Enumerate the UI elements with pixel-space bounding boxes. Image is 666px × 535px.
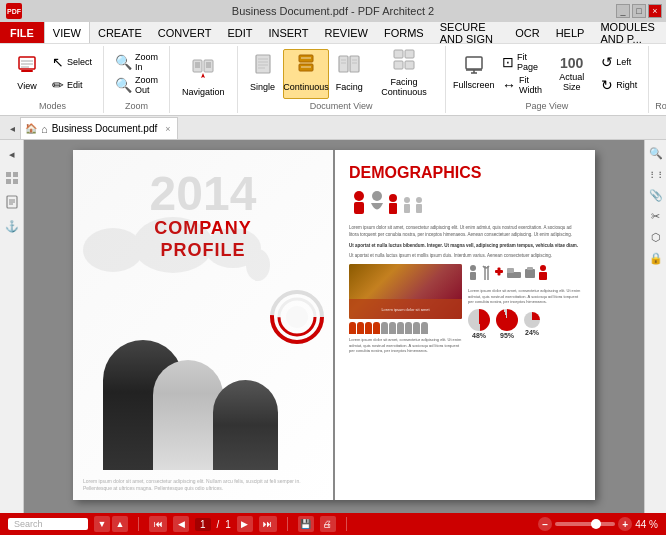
print-button[interactable]: 🖨: [320, 516, 336, 532]
maximize-button[interactable]: □: [632, 4, 646, 18]
svg-rect-30: [405, 50, 414, 58]
fit-page-label: Fit Page: [517, 52, 542, 72]
close-button[interactable]: ×: [648, 4, 662, 18]
actual-size-button[interactable]: 100 Actual Size: [548, 49, 595, 99]
page-view-label: Page View: [452, 99, 643, 111]
fullscreen-button[interactable]: Fullscreen: [452, 49, 496, 99]
zoom-out-label: Zoom Out: [135, 75, 158, 95]
people-row: [349, 322, 462, 334]
prev-page-button[interactable]: ◀: [173, 516, 189, 532]
menu-help[interactable]: HELP: [548, 22, 593, 43]
zoom-plus-button[interactable]: +: [618, 517, 632, 531]
facing-button[interactable]: Facing: [330, 49, 368, 99]
svg-point-78: [540, 265, 546, 271]
sidebar-thumbnails-button[interactable]: [2, 168, 22, 188]
menu-forms[interactable]: FORMS: [376, 22, 432, 43]
svg-rect-75: [507, 268, 514, 273]
pie-1: 48%: [468, 309, 490, 339]
rs-shape-button[interactable]: ⬡: [647, 228, 665, 246]
zoom-slider[interactable]: [555, 522, 615, 526]
search-box[interactable]: Search: [8, 518, 88, 530]
menu-modules[interactable]: MODULES AND P...: [592, 22, 666, 43]
zoom-percentage: 44 %: [635, 519, 658, 530]
fit-width-label: Fit Width: [519, 75, 542, 95]
edit-button[interactable]: ✏ Edit: [47, 74, 97, 96]
tab-close-button[interactable]: ×: [165, 124, 170, 134]
fit-width-button[interactable]: ↔ Fit Width: [497, 74, 547, 96]
document-view-group: Single Continuous: [238, 46, 446, 113]
zoom-out-button[interactable]: 🔍 Zoom Out: [110, 74, 163, 96]
menu-review[interactable]: REVIEW: [317, 22, 376, 43]
menu-convert[interactable]: CONVERT: [150, 22, 220, 43]
minimize-button[interactable]: _: [616, 4, 630, 18]
last-page-button[interactable]: ⏭: [259, 516, 277, 532]
right-col: Lorem ipsum dolor sit amet, consectetur …: [468, 264, 581, 354]
page-right: DEMOGRAPHICS: [335, 150, 595, 500]
demo-body-text-2: Ut aportat et nulla luctus ipsum et moll…: [349, 253, 581, 260]
document-view-label: Document View: [244, 99, 439, 111]
rotate-group-label: Rotate: [655, 99, 666, 111]
page-left: 2014 COMPANY PROFILE: [73, 150, 333, 500]
svg-point-66: [416, 197, 422, 203]
search-up-button[interactable]: ▲: [112, 516, 128, 532]
search-down-button[interactable]: ▼: [94, 516, 110, 532]
zoom-group: 🔍 Zoom In 🔍 Zoom Out Zoom: [104, 46, 170, 113]
window-controls[interactable]: _ □ ×: [616, 4, 662, 18]
svg-point-64: [404, 197, 410, 203]
zoom-minus-button[interactable]: −: [538, 517, 552, 531]
menu-edit[interactable]: EDIT: [219, 22, 260, 43]
save-button[interactable]: 💾: [298, 516, 314, 532]
menu-secure-sign[interactable]: SECURE AND SIGN: [432, 22, 507, 43]
tab-scroll-left[interactable]: ◂: [4, 117, 20, 139]
pie-2: 95%: [496, 309, 518, 339]
navigation-group: Navigation: [170, 46, 238, 113]
rotate-right-button[interactable]: ↻ Right: [596, 74, 642, 96]
facing-continuous-button[interactable]: Facing Continuous: [369, 49, 438, 99]
svg-rect-77: [527, 267, 533, 270]
document-canvas[interactable]: 2014 COMPANY PROFILE: [24, 140, 644, 513]
sidebar-anchor-button[interactable]: ⚓: [2, 216, 22, 236]
select-button[interactable]: ↖ Select: [47, 51, 97, 73]
tab-home[interactable]: ⌂: [41, 123, 48, 135]
stat-3: 24%: [525, 329, 539, 336]
tab-business-doc[interactable]: 🏠 ⌂ Business Document.pdf ×: [20, 117, 178, 139]
sidebar-toggle-button[interactable]: ◂: [2, 144, 22, 164]
rs-scissor-button[interactable]: ✂: [647, 207, 665, 225]
zoom-in-icon: 🔍: [115, 54, 132, 70]
rotate-left-button[interactable]: ↺ Left: [596, 51, 642, 73]
fit-page-button[interactable]: ⊡ Fit Page: [497, 51, 547, 73]
first-page-button[interactable]: ⏮: [149, 516, 167, 532]
page-divider: /: [217, 519, 220, 530]
navigation-buttons: Navigation: [176, 48, 231, 109]
zoom-buttons: 🔍 Zoom In 🔍 Zoom Out: [110, 48, 163, 99]
menu-bar: FILE VIEW CREATE CONVERT EDIT INSERT REV…: [0, 22, 666, 44]
rs-clip-button[interactable]: 📎: [647, 186, 665, 204]
svg-point-68: [470, 265, 476, 271]
fit-stack: ⊡ Fit Page ↔ Fit Width: [497, 51, 547, 96]
left-page-caption: Lorem ipsum dolor sit amet, consectetur …: [83, 478, 323, 492]
menu-insert[interactable]: INSERT: [260, 22, 316, 43]
next-page-button[interactable]: ▶: [237, 516, 253, 532]
continuous-button[interactable]: Continuous: [283, 49, 330, 99]
rs-menu-button[interactable]: ⋮⋮: [647, 165, 665, 183]
menu-create[interactable]: CREATE: [90, 22, 150, 43]
rs-lock-button[interactable]: 🔒: [647, 249, 665, 267]
person-6-icon: [389, 322, 396, 334]
page-number-input[interactable]: 1: [195, 518, 211, 531]
menu-view[interactable]: VIEW: [44, 22, 90, 43]
page-view-group: Fullscreen ⊡ Fit Page ↔ Fit Width 100 Ac…: [446, 46, 650, 113]
sidebar-bookmarks-button[interactable]: [2, 192, 22, 212]
single-button[interactable]: Single: [244, 49, 282, 99]
fit-page-icon: ⊡: [502, 54, 514, 70]
navigation-button[interactable]: Navigation: [176, 54, 231, 104]
svg-rect-31: [394, 61, 403, 69]
person-10-icon: [421, 322, 428, 334]
zoom-out-icon: 🔍: [115, 77, 132, 93]
rs-search-button[interactable]: 🔍: [647, 144, 665, 162]
view-button[interactable]: View: [8, 49, 46, 99]
menu-file[interactable]: FILE: [0, 22, 44, 43]
menu-ocr[interactable]: OCR: [507, 22, 547, 43]
facing-label: Facing: [336, 83, 363, 93]
edit-icon: ✏: [52, 77, 64, 93]
zoom-in-button[interactable]: 🔍 Zoom In: [110, 51, 163, 73]
